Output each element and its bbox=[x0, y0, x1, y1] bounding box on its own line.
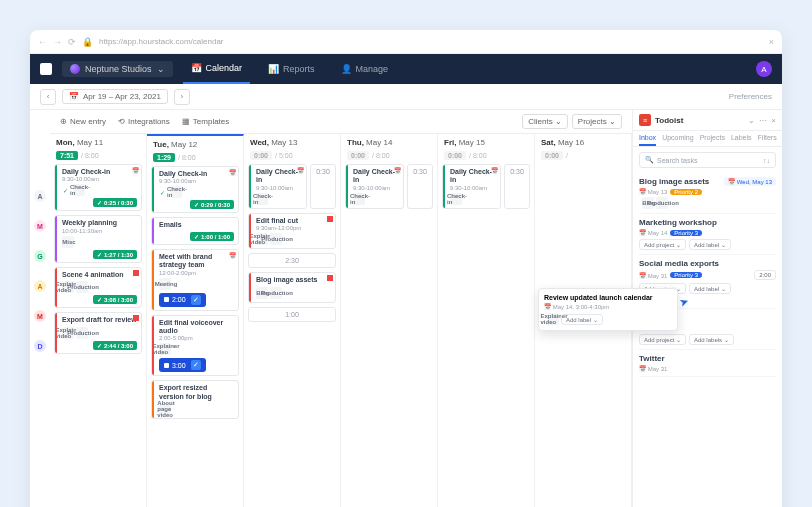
more-icon[interactable]: ⋯ bbox=[759, 116, 767, 125]
drag-popup[interactable]: Review updated launch calendar 📅 May 14,… bbox=[538, 288, 678, 331]
time-entry-card[interactable]: Export draft for reviewExplainer videoPr… bbox=[54, 312, 142, 353]
time-entry-card[interactable]: Edit final voiceover audio2:00-5:00pmExp… bbox=[151, 315, 239, 377]
tag: Misc bbox=[62, 236, 74, 248]
user-avatar[interactable]: A bbox=[756, 61, 772, 77]
duration-slot[interactable]: 0:30 bbox=[407, 164, 433, 209]
workspace-name: Neptune Studios bbox=[85, 64, 152, 74]
workspace-picker[interactable]: Neptune Studios ⌄ bbox=[62, 61, 173, 77]
time-entry-card[interactable]: Scene 4 animationExplainer videoProducti… bbox=[54, 267, 142, 308]
sidebar-tab[interactable]: Inbox bbox=[639, 131, 656, 146]
lock-icon: 🔒 bbox=[82, 37, 93, 47]
tag: Explainer video bbox=[159, 343, 171, 355]
close-icon[interactable]: × bbox=[769, 37, 774, 47]
tag: Check-in bbox=[256, 193, 268, 205]
day-hours: 0:00/ 8:00 bbox=[341, 149, 437, 164]
time-entry-card[interactable]: Export resized version for blogAbout pag… bbox=[151, 380, 239, 419]
flag-icon bbox=[133, 315, 139, 321]
day-lane: Tue, May 12 1:29/ 8:00 📅Daily Check-in9:… bbox=[147, 134, 244, 507]
day-header: Tue, May 12 bbox=[147, 136, 243, 151]
user-dot[interactable]: G bbox=[34, 250, 46, 262]
url-text[interactable]: https://app.hourstack.com/calendar bbox=[99, 37, 763, 46]
clients-filter[interactable]: Clients ⌄ bbox=[522, 114, 568, 129]
close-sidebar-icon[interactable]: × bbox=[771, 116, 776, 125]
task-selector[interactable]: Add project ⌄ bbox=[639, 334, 686, 345]
next-week-button[interactable]: › bbox=[174, 89, 190, 105]
time-entry-card[interactable]: Edit final cut9:30am-12:00pmExplainer vi… bbox=[248, 213, 336, 249]
templates-button[interactable]: ▦ Templates bbox=[182, 117, 229, 126]
nav-reports[interactable]: 📊 Reports bbox=[260, 54, 323, 84]
day-hours: 0:00/ bbox=[535, 149, 631, 164]
app-logo[interactable] bbox=[40, 63, 52, 75]
sidebar-tab[interactable]: Filters bbox=[758, 131, 777, 146]
sidebar-tab[interactable]: Projects bbox=[700, 131, 725, 146]
chevron-down-icon[interactable]: ⌄ bbox=[748, 116, 755, 125]
app-window: ← → ⟳ 🔒 https://app.hourstack.com/calend… bbox=[30, 30, 782, 507]
sidebar-tab[interactable]: Upcoming bbox=[662, 131, 694, 146]
task-item[interactable]: Marketing workshop📅 May 14Priority 3Add … bbox=[639, 214, 776, 255]
prev-week-button[interactable]: ‹ bbox=[40, 89, 56, 105]
user-dot[interactable]: M bbox=[34, 220, 46, 232]
time-entry-card[interactable]: 📅Daily Check-in9:30-10:00amCheck-in bbox=[345, 164, 404, 209]
time-entry-card[interactable]: 📅Daily Check-in9:30-10:00amCheck-in bbox=[248, 164, 307, 209]
projects-filter[interactable]: Projects ⌄ bbox=[572, 114, 622, 129]
duration-slot[interactable]: 2:30 bbox=[248, 253, 336, 268]
time-entry-card[interactable]: 📅Meet with brand strategy team12:00-2:00… bbox=[151, 249, 239, 311]
time-entry-card[interactable]: 📅Daily Check-in9:30-10:00am✓Check-in✓ 0:… bbox=[151, 166, 239, 213]
task-duration: 2:00 bbox=[754, 270, 776, 280]
task-selector[interactable]: Add label ⌄ bbox=[689, 239, 731, 250]
cal-toolbar: ⊕ New entry ⟲ Integrations ▦ Templates C… bbox=[50, 110, 632, 134]
task-selector[interactable]: Add label ⌄ bbox=[689, 283, 731, 294]
date-tag: 📅 May 31 bbox=[639, 365, 667, 372]
time-badge: ✓ 1:27 / 1:30 bbox=[93, 250, 137, 259]
date-range-picker[interactable]: 📅 Apr 19 – Apr 23, 2021 bbox=[62, 89, 168, 104]
user-dot[interactable]: M bbox=[34, 310, 46, 322]
play-timer[interactable]: 2:00✓ bbox=[159, 293, 206, 307]
time-entry-card[interactable]: Blog image assetsBlogProduction bbox=[248, 272, 336, 302]
time-badge: ✓ 0:29 / 0:30 bbox=[190, 200, 234, 209]
tag: Check-in bbox=[73, 184, 85, 196]
day-lane: Fri, May 15 0:00/ 8:00 📅Daily Check-in9:… bbox=[438, 134, 535, 507]
tag: Production bbox=[76, 281, 88, 293]
user-dot[interactable]: A bbox=[34, 190, 46, 202]
time-entry-card[interactable]: 📅Daily Check-in9:30-10:00am✓Check-in✓ 0:… bbox=[54, 164, 142, 211]
back-icon[interactable]: ← bbox=[38, 37, 47, 47]
forward-icon[interactable]: → bbox=[53, 37, 62, 47]
tag: Production bbox=[270, 233, 282, 245]
duration-slot[interactable]: 0:30 bbox=[310, 164, 336, 209]
tag: Meeting bbox=[159, 278, 171, 290]
sidebar-tabs: InboxUpcomingProjectsLabelsFilters bbox=[633, 131, 782, 147]
sort-icon[interactable]: ↑↓ bbox=[763, 157, 770, 164]
date-tag: 📅 May 31 bbox=[639, 272, 667, 279]
time-entry-card[interactable]: Weekly planning10:00-11:30amMisc✓ 1:27 /… bbox=[54, 215, 142, 262]
duration-slot[interactable]: 1:00 bbox=[248, 307, 336, 322]
task-selector[interactable]: Add project ⌄ bbox=[639, 239, 686, 250]
calendar-icon: 📅 bbox=[132, 167, 139, 174]
user-dot[interactable]: A bbox=[34, 280, 46, 292]
time-entry-card[interactable]: 📅Daily Check-in9:30-10:00amCheck-in bbox=[442, 164, 501, 209]
duration-slot[interactable]: 0:30 bbox=[504, 164, 530, 209]
nav-calendar[interactable]: 📅 Calendar bbox=[183, 54, 251, 84]
task-selector[interactable]: Add labels ⌄ bbox=[689, 334, 734, 345]
date-tag: 📅 May 13 bbox=[639, 188, 667, 195]
nav-manage[interactable]: 👤 Manage bbox=[333, 54, 397, 84]
date-nav: ‹ 📅 Apr 19 – Apr 23, 2021 › Preferences bbox=[30, 84, 782, 110]
sidebar-tab[interactable]: Labels bbox=[731, 131, 752, 146]
tag: Check-in bbox=[450, 193, 462, 205]
sidebar-header: ≡ Todoist ⌄ ⋯ × bbox=[633, 110, 782, 131]
user-dot[interactable]: D bbox=[34, 340, 46, 352]
day-header: Mon, May 11 bbox=[50, 134, 146, 149]
check-icon: ✓ bbox=[62, 187, 69, 194]
play-timer[interactable]: 3:00✓ bbox=[159, 358, 206, 372]
preferences-link[interactable]: Preferences bbox=[729, 92, 772, 101]
reload-icon[interactable]: ⟳ bbox=[68, 37, 76, 47]
day-hours: 0:00/ 8:00 bbox=[438, 149, 534, 164]
task-item[interactable]: Twitter📅 May 31 bbox=[639, 350, 776, 377]
time-entry-card[interactable]: Emails✓ 1:00 / 1:00 bbox=[151, 217, 239, 244]
task-item[interactable]: Blog image assets📅 Wed, May 13📅 May 13Pr… bbox=[639, 173, 776, 214]
integrations-button[interactable]: ⟲ Integrations bbox=[118, 117, 170, 126]
new-entry-button[interactable]: ⊕ New entry bbox=[60, 117, 106, 126]
popup-add-label[interactable]: Add label ⌄ bbox=[561, 314, 603, 325]
date-tag: 📅 May 14 bbox=[639, 229, 667, 236]
search-tasks-input[interactable]: 🔍 Search tasks ↑↓ bbox=[639, 152, 776, 168]
task-list: Blog image assets📅 Wed, May 13📅 May 13Pr… bbox=[633, 173, 782, 507]
